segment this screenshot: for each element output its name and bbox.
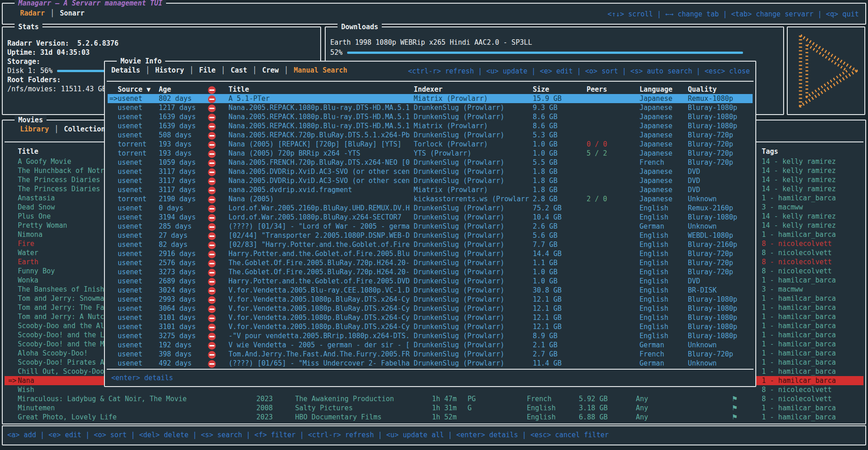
search-result-row[interactable]: usenet 3117 days Nana.2005.DVDRip.XviD.A… — [108, 167, 753, 176]
quality-column-header[interactable]: Quality — [688, 85, 753, 94]
release-size: 5.3 GB — [533, 131, 587, 140]
search-result-row[interactable]: usenet 3024 days V.for.Vendetta.2005.Blu… — [108, 286, 753, 295]
size-column-header[interactable]: Size — [533, 85, 587, 94]
search-result-row[interactable]: usenet 27 days [02/44] "Transporter 2.20… — [108, 231, 753, 240]
release-source: torrent — [118, 149, 159, 158]
search-result-row[interactable]: usenet 3194 days Lord.of.War.2005.1080p.… — [108, 213, 753, 222]
search-result-row[interactable]: usenet 3117 days nana.2005.dvdrip.xvid.f… — [108, 185, 753, 194]
tab-collections[interactable]: Collections — [64, 125, 109, 133]
release-age: 3194 days — [159, 213, 208, 222]
search-result-row[interactable]: usenet 2689 days Harry.Potter.and.the.Go… — [108, 277, 753, 286]
tab-file[interactable]: File — [199, 66, 216, 74]
release-size: 75.2 GB — [533, 204, 587, 213]
rejected-release-icon — [208, 333, 216, 340]
search-result-row[interactable]: => usenet 802 days A 5.1-PTer Miatrix (P… — [108, 94, 753, 103]
release-peers — [587, 213, 639, 222]
movie-row[interactable]: Minutemen 2008 Salty Pictures 1h 31m G E… — [5, 403, 863, 413]
tab-crew[interactable]: Crew — [262, 66, 279, 74]
search-result-row[interactable]: usenet 3117 days Nana.2005.DVDRip.XviD.A… — [108, 176, 753, 185]
movie-tag: 14 - kelly ramirez — [762, 166, 863, 175]
movie-language: English — [527, 413, 579, 422]
search-result-row[interactable]: torrent 193 days Nana (2005) [REPACK] [7… — [108, 140, 753, 149]
release-indexer: DrunkenSlug (Prowlarr) — [414, 213, 533, 222]
movies-tags-column-header[interactable]: Tags — [762, 147, 863, 156]
release-quality: Remux-2160p — [688, 204, 753, 213]
search-result-row[interactable]: usenet 2993 days V.for.Vendetta.2005.108… — [108, 295, 753, 304]
release-size: 15.9 GB — [533, 94, 587, 103]
release-indexer: Torlock (Prowlarr) — [414, 140, 533, 149]
search-result-row[interactable]: usenet 1059 days Nana.2005.FRENCH.720p.B… — [108, 158, 753, 167]
movie-certification: PG — [468, 394, 527, 403]
movie-row[interactable]: Great Photo, Lovely Life 2023 HBO Docume… — [5, 413, 863, 422]
tab-radarr[interactable]: Radarr — [20, 9, 45, 17]
release-indexer: YTS (Prowlarr) — [414, 149, 533, 158]
release-quality: DVD — [688, 185, 753, 194]
movie-studio: HBO Documentary Films — [295, 413, 432, 422]
rejection-column-header[interactable] — [208, 85, 229, 94]
indexer-column-header[interactable]: Indexer — [414, 85, 533, 94]
selection-marker — [5, 394, 18, 403]
language-column-header[interactable]: Language — [639, 85, 688, 94]
release-size: 1.1 GB — [533, 258, 587, 267]
age-column-header[interactable]: Age — [159, 85, 208, 94]
release-indexer: kickasstorrents.ws (Prowlarr — [414, 194, 533, 204]
rejected-release-icon — [208, 105, 216, 112]
search-result-row[interactable]: usenet 508 days Nana.2005.REPACK.720p.Bl… — [108, 131, 753, 140]
tab-library[interactable]: Library — [20, 125, 49, 133]
selection-marker — [108, 121, 118, 131]
release-language: Japanese — [639, 103, 688, 112]
search-result-row[interactable]: usenet 3101 days V.for.Vendetta.2005.108… — [108, 322, 753, 331]
release-language: Japanese — [639, 167, 688, 176]
release-title: Harry.Potter.and.the.Goblet.of.Fire.2005… — [229, 249, 414, 258]
stats-legend: Stats — [15, 22, 42, 31]
search-result-row[interactable]: usenet 492 days (????) [01/65] - "Miss U… — [108, 359, 753, 368]
search-result-row[interactable]: usenet 3064 days V.for.Vendetta.2005.108… — [108, 304, 753, 313]
search-result-row[interactable]: usenet 3101 days V.for.Vendetta.2005.108… — [108, 313, 753, 322]
release-indexer: Miatrix (Prowlarr) — [414, 121, 533, 131]
selection-marker: => — [5, 376, 18, 385]
bottom-bar-panel: <a> add | <e> edit | <o> sort | <del> de… — [2, 425, 866, 445]
search-result-row[interactable]: usenet 285 days (????) [01/34] - "Lord o… — [108, 222, 753, 231]
source-column-header[interactable]: Source ▼ — [118, 85, 159, 94]
release-size: 7.7 GB — [533, 240, 587, 249]
release-title: Lord.of.War.2005.2160p.BluRay.UHD.REMUX.… — [229, 204, 414, 213]
selection-marker — [108, 359, 118, 368]
tab-sonarr[interactable]: Sonarr — [60, 9, 84, 17]
rejected-release-icon — [208, 324, 216, 331]
release-peers — [587, 167, 639, 176]
selection-marker — [108, 295, 118, 304]
release-title: (????) [01/34] - "Lord of War - 2005 - g… — [229, 222, 414, 231]
title-column-header[interactable]: Title — [229, 85, 414, 94]
release-indexer: DrunkenSlug (Prowlarr) — [414, 350, 533, 359]
release-title: [02/83] "Harry.Potter.and.the.Goblet.of.… — [229, 240, 414, 249]
selection-marker — [5, 239, 18, 248]
tab-cast[interactable]: Cast — [231, 66, 247, 74]
search-result-row[interactable]: usenet 192 days V wie Vendetta - 2005 - … — [108, 340, 753, 350]
movie-title: Minutemen — [18, 403, 256, 413]
search-result-row[interactable]: usenet 3275 days -"V pour vendetta.2005.… — [108, 331, 753, 340]
search-result-row[interactable]: usenet 3273 days The.Goblet.Of.Fire.2005… — [108, 267, 753, 277]
search-result-row[interactable]: usenet 2576 days The.Goblet.Of.Fire.2005… — [108, 258, 753, 267]
search-result-row[interactable]: usenet 82 days [02/83] "Harry.Potter.and… — [108, 240, 753, 249]
search-result-row[interactable]: usenet 1217 days Nana.2005.REPACK.1080p.… — [108, 103, 753, 112]
movie-language: English — [527, 403, 579, 413]
monitored-flag-icon: ⚑ — [732, 413, 762, 422]
search-result-row[interactable]: usenet 398 days Tom.And.Jerry.The.Fast.A… — [108, 350, 753, 359]
tab-history[interactable]: History — [155, 66, 184, 74]
peers-column-header[interactable]: Peers — [587, 85, 639, 94]
release-quality: Bluray-720p — [688, 158, 753, 167]
search-result-row[interactable]: usenet 0 days Lord.of.War.2005.2160p.Blu… — [108, 204, 753, 213]
tab-details[interactable]: Details — [111, 66, 140, 74]
search-result-row[interactable]: torrent 2190 days Nana (2005) kickasstor… — [108, 194, 753, 204]
release-source: usenet — [118, 167, 159, 176]
search-result-row[interactable]: usenet 2916 days Harry.Potter.and.the.Go… — [108, 249, 753, 258]
search-result-row[interactable]: torrent 193 days Nana (2005) 720p BRRip … — [108, 149, 753, 158]
release-language: Japanese — [639, 112, 688, 121]
search-result-row[interactable]: usenet 1639 days Nana.2005.REPACK.1080p.… — [108, 121, 753, 131]
app-title: Managarr – A Servarr management TUI — [15, 0, 166, 8]
movie-row[interactable]: Miraculous: Ladybug & Cat Noir, The Movi… — [5, 394, 863, 403]
release-indexer: DrunkenSlug (Prowlarr) — [414, 131, 533, 140]
release-peers — [587, 295, 639, 304]
tab-manual-search[interactable]: Manual Search — [294, 66, 347, 74]
search-result-row[interactable]: usenet 1639 days Nana.2005.REPACK.1080p.… — [108, 112, 753, 121]
